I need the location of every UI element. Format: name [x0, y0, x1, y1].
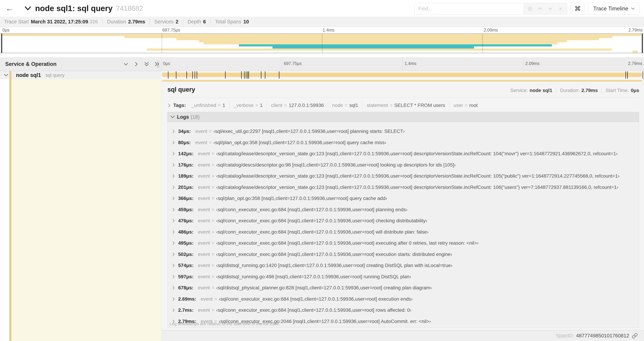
- log-marker-tick: [241, 71, 242, 79]
- log-row[interactable]: 366μs:event=‹sql/plan_opt.go:358 [nsql1,…: [172, 193, 637, 204]
- summary-separator: [210, 19, 210, 25]
- log-timestamp: 201μs:: [178, 185, 194, 190]
- find-clear-icon[interactable]: ×: [557, 5, 564, 13]
- detail-meta-label: Start Time:: [606, 88, 629, 93]
- span-row-label[interactable]: node sql1 sql query: [0, 71, 161, 79]
- log-row[interactable]: 459μs:event=‹sql/conn_executor_exec.go:6…: [172, 204, 637, 215]
- span-row-timeline[interactable]: [161, 71, 644, 79]
- view-select-button[interactable]: Trace Timeline: [588, 3, 640, 15]
- find-input[interactable]: [414, 3, 524, 14]
- log-row[interactable]: 80μs:event=‹sql/plan_opt.go:358 [nsql1,c…: [172, 137, 637, 148]
- minimap-right-handle[interactable]: [642, 34, 643, 53]
- tag-pill[interactable]: statement=SELECT * FROM users: [362, 102, 449, 109]
- log-chevron-right-icon[interactable]: [172, 208, 175, 212]
- log-row[interactable]: 189μs:event=‹sql/catalog/lease/descripto…: [172, 171, 637, 182]
- chevron-down-icon: [631, 8, 635, 10]
- log-chevron-right-icon[interactable]: [172, 252, 175, 256]
- back-button[interactable]: ←: [0, 0, 19, 17]
- summary-item: Total Spans10: [215, 19, 249, 25]
- summary-item: Services2: [154, 19, 178, 25]
- tag-pill[interactable]: user=root: [449, 102, 482, 109]
- log-row[interactable]: 176μs:event=‹sql/catalog/descs/descripto…: [172, 159, 637, 171]
- deep-link-icon[interactable]: [632, 333, 638, 339]
- log-chevron-right-icon[interactable]: [172, 263, 175, 267]
- log-timestamp: 597μs:: [178, 274, 194, 279]
- keyboard-shortcuts-button[interactable]: ⌘: [570, 3, 585, 15]
- log-timestamp: 495μs:: [178, 240, 194, 246]
- log-timestamp: 366μs:: [178, 196, 194, 201]
- collapse-all-icon[interactable]: [144, 61, 150, 67]
- log-value: ‹sql/exec_util.go:2297 [nsql1,client=127…: [214, 129, 405, 134]
- log-chevron-right-icon[interactable]: [172, 174, 175, 178]
- tag-equals: =: [345, 103, 348, 108]
- log-chevron-right-icon[interactable]: [172, 129, 175, 133]
- log-chevron-right-icon[interactable]: [172, 241, 175, 245]
- find-next-icon[interactable]: [546, 5, 554, 13]
- log-chevron-right-icon[interactable]: [172, 297, 175, 301]
- tags-row[interactable]: Tags: _unfinished=1_verbose=1client=127.…: [168, 102, 482, 109]
- log-timestamp: 476μs:: [178, 218, 194, 223]
- log-equals: =: [209, 129, 212, 134]
- log-marker-tick: [176, 71, 176, 79]
- summary-value-suffix: .326: [88, 19, 98, 25]
- tag-pill[interactable]: _unfinished=1: [187, 102, 230, 109]
- log-chevron-right-icon[interactable]: [172, 152, 175, 156]
- log-field-name: event: [198, 240, 210, 246]
- log-chevron-right-icon[interactable]: [172, 196, 175, 200]
- log-chevron-right-icon[interactable]: [172, 185, 175, 189]
- log-row[interactable]: 486μs:event=‹sql/conn_executor_exec.go:6…: [172, 226, 637, 238]
- log-row[interactable]: 574μs:event=‹sql/distsql_running.go:1420…: [172, 260, 637, 271]
- tag-equals: =: [218, 103, 221, 108]
- log-row[interactable]: 678μs:event=‹sql/distsql_physical_planne…: [172, 282, 637, 293]
- log-row[interactable]: 2.7ms:event=‹sql/conn_executor_exec.go:6…: [172, 305, 637, 316]
- log-row[interactable]: 597μs:event=‹sql/distsql_running.go:498 …: [172, 271, 637, 282]
- tag-value: 1: [260, 103, 262, 108]
- tag-pill[interactable]: _verbose=1: [230, 102, 267, 109]
- row-chevron-down-icon[interactable]: [4, 74, 8, 77]
- log-field-name: event: [198, 207, 210, 212]
- summary-value: 6: [203, 19, 206, 25]
- log-value: ‹sql/plan_opt.go:358 [nsql1,client=127.0…: [216, 196, 387, 201]
- log-value: ‹sql/catalog/lease/descriptor_version_st…: [216, 185, 618, 190]
- topbar-actions: × ⌘ Trace Timeline: [414, 3, 640, 15]
- log-row[interactable]: 34μs:event=‹sql/exec_util.go:2297 [nsql1…: [172, 126, 637, 137]
- log-timestamp: 176μs:: [178, 162, 194, 168]
- summary-separator: [150, 19, 150, 25]
- log-equals: =: [212, 252, 214, 257]
- logs-header[interactable]: Logs (18): [168, 112, 639, 122]
- log-row[interactable]: 2.69ms:event=‹sql/conn_executor_exec.go:…: [172, 293, 637, 305]
- minimap-tick-label: 2.79ms: [628, 28, 642, 33]
- log-chevron-right-icon[interactable]: [172, 141, 175, 145]
- log-chevron-right-icon[interactable]: [172, 163, 175, 167]
- minimap-gridline: [482, 34, 483, 53]
- log-chevron-right-icon[interactable]: [172, 230, 175, 234]
- logs-label: Logs: [177, 114, 189, 120]
- log-chevron-right-icon[interactable]: [172, 219, 175, 223]
- collapse-trace-chevron-icon[interactable]: [24, 6, 31, 11]
- minimap[interactable]: [0, 34, 644, 53]
- expand-one-icon[interactable]: [133, 61, 139, 67]
- log-row[interactable]: 495μs:event=‹sql/conn_executor_exec.go:6…: [172, 238, 637, 249]
- log-row[interactable]: 142μs:event=‹sql/catalog/lease/descripto…: [172, 148, 637, 159]
- log-value: ‹sql/conn_executor_exec.go:684 [nsql1,cl…: [219, 296, 412, 302]
- collapse-one-icon[interactable]: [123, 61, 129, 67]
- log-chevron-right-icon[interactable]: [172, 308, 175, 312]
- minimap-tick-label: 2.09ms: [484, 28, 498, 33]
- column-resize-handle[interactable]: [157, 61, 159, 68]
- log-row[interactable]: 502μs:event=‹sql/conn_executor_exec.go:6…: [172, 249, 637, 260]
- find-prev-icon[interactable]: [536, 5, 544, 13]
- tag-pill[interactable]: client=127.0.0.1:59936: [267, 102, 328, 109]
- minimap-left-handle[interactable]: [1, 34, 2, 53]
- log-value: ‹sql/plan_opt.go:358 [nsql1,client=127.0…: [214, 140, 386, 145]
- locate-icon[interactable]: [526, 5, 534, 13]
- log-chevron-right-icon[interactable]: [172, 286, 175, 290]
- log-value: ‹sql/conn_executor_exec.go:684 [nsql1,cl…: [216, 307, 412, 313]
- tags-chevron-right-icon: [168, 103, 171, 108]
- tag-key: _verbose: [234, 103, 254, 108]
- trace-summary: Trace StartMarch 31 2022, 17:25:09.326Du…: [0, 17, 644, 27]
- log-chevron-right-icon[interactable]: [172, 275, 175, 279]
- log-row[interactable]: 476μs:event=‹sql/conn_executor_exec.go:6…: [172, 215, 637, 226]
- detail-meta-label: Duration:: [560, 88, 580, 93]
- tag-pill[interactable]: node=sql1: [328, 102, 362, 109]
- log-row[interactable]: 201μs:event=‹sql/catalog/lease/descripto…: [172, 182, 637, 193]
